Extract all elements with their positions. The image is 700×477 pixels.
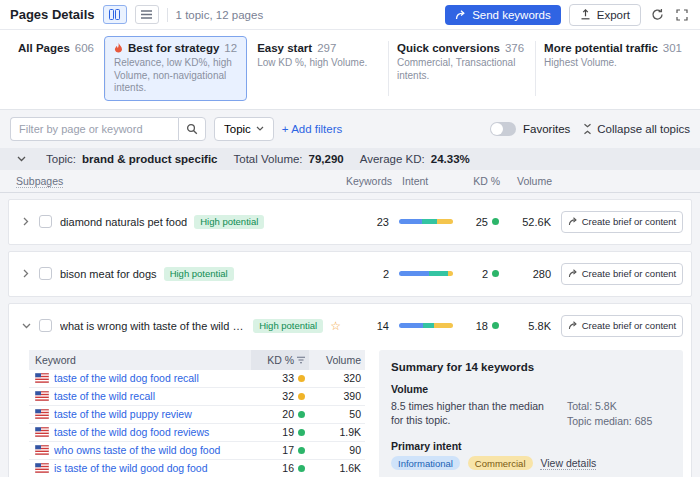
list-view-button[interactable] bbox=[135, 5, 159, 24]
collapse-all-topics[interactable]: Collapse all topics bbox=[583, 123, 690, 135]
header-keyword: Keyword bbox=[29, 354, 251, 366]
expand-button[interactable] bbox=[674, 7, 690, 23]
export-icon bbox=[580, 9, 591, 20]
send-keywords-button[interactable]: Send keywords bbox=[445, 5, 561, 25]
fire-icon bbox=[114, 43, 123, 54]
kd-value: 17 bbox=[282, 444, 294, 456]
top-bar: Pages Details 1 topic, 12 pages Send key… bbox=[0, 0, 700, 30]
row-expand-chevron[interactable] bbox=[17, 269, 35, 278]
kd-value: 20 bbox=[282, 408, 294, 420]
keywords-count: 14 bbox=[341, 320, 389, 332]
kd-value: 32 bbox=[282, 390, 294, 402]
tab-subtitle: Commercial, Transactional intents. bbox=[397, 57, 524, 82]
row-checkbox[interactable] bbox=[39, 215, 52, 228]
topic-dropdown-label: Topic bbox=[224, 123, 251, 135]
kd-value: 33 bbox=[282, 372, 294, 384]
us-flag-icon bbox=[35, 373, 49, 383]
favorites-label: Favorites bbox=[523, 123, 570, 135]
keyword-link[interactable]: taste of the wild dog food recall bbox=[54, 372, 251, 384]
keyword-table: Keyword KD % Volume taste of the wild do… bbox=[29, 350, 365, 477]
volume-value: 52.6K bbox=[499, 216, 551, 228]
filter-input[interactable] bbox=[10, 117, 178, 141]
keyword-link[interactable]: who owns taste of the wild dog food bbox=[54, 444, 251, 456]
kd-dot bbox=[298, 429, 305, 436]
volume-value: 320 bbox=[309, 372, 365, 384]
keyword-link[interactable]: taste of the wild recall bbox=[54, 390, 251, 402]
page-name-link[interactable]: diamond naturals pet food bbox=[60, 216, 187, 228]
keyword-row: taste of the wild dog food reviews 19 1.… bbox=[29, 424, 365, 442]
tab-more-potential-traffic[interactable]: More potential traffic301 Highest Volume… bbox=[534, 36, 692, 101]
us-flag-icon bbox=[35, 463, 49, 473]
page-name-link[interactable]: bison meat for dogs bbox=[60, 268, 157, 280]
keyword-row: taste of the wild recall 32 390 bbox=[29, 388, 365, 406]
topic-label: Topic: bbox=[46, 153, 76, 165]
create-brief-button[interactable]: Create brief or content bbox=[561, 263, 683, 285]
refresh-icon bbox=[651, 8, 664, 21]
create-brief-label: Create brief or content bbox=[582, 320, 677, 331]
header-kd: KD % bbox=[454, 175, 500, 187]
tab-subtitle: Highest Volume. bbox=[544, 57, 682, 70]
row-expand-chevron[interactable] bbox=[17, 217, 35, 226]
header-kd-sort[interactable]: KD % bbox=[251, 350, 309, 370]
header-subpages[interactable]: Subpages bbox=[16, 175, 63, 188]
keyword-link[interactable]: taste of the wild dog food reviews bbox=[54, 426, 251, 438]
grid-view-button[interactable] bbox=[103, 5, 127, 24]
keyword-row: taste of the wild dog food recall 33 320 bbox=[29, 370, 365, 388]
kd-value: 19 bbox=[282, 426, 294, 438]
send-keywords-label: Send keywords bbox=[472, 9, 551, 21]
volume-value: 5.8K bbox=[499, 320, 551, 332]
header-keywords: Keywords bbox=[344, 175, 392, 187]
page-name-link[interactable]: what is wrong with taste of the wild dog… bbox=[60, 320, 246, 332]
kd-dot bbox=[298, 375, 305, 382]
tab-quick-conversions[interactable]: Quick conversions376 Commercial, Transac… bbox=[387, 36, 534, 101]
primary-intent-heading: Primary intent bbox=[391, 440, 671, 452]
create-brief-button[interactable]: Create brief or content bbox=[561, 211, 683, 233]
tab-label: More potential traffic bbox=[544, 42, 658, 54]
create-brief-button[interactable]: Create brief or content bbox=[561, 315, 683, 337]
view-details-link[interactable]: View details bbox=[540, 457, 596, 470]
refresh-button[interactable] bbox=[649, 6, 666, 23]
add-filters-link[interactable]: + Add filters bbox=[282, 123, 342, 135]
volume-value: 280 bbox=[499, 268, 551, 280]
keyword-row: is taste of the wild good dog food 16 1.… bbox=[29, 460, 365, 477]
intent-badge-commercial: Commercial bbox=[468, 456, 533, 470]
export-button[interactable]: Export bbox=[569, 4, 641, 26]
favorites-toggle[interactable] bbox=[490, 122, 516, 136]
tab-easy-start[interactable]: Easy start297 Low KD %, high Volume. bbox=[247, 36, 387, 101]
table-row: bison meat for dogs High potential 2 2 2… bbox=[8, 251, 692, 297]
chevron-down-icon bbox=[22, 323, 31, 329]
kd-dot bbox=[298, 447, 305, 454]
us-flag-icon bbox=[35, 445, 49, 455]
search-button[interactable] bbox=[178, 117, 206, 141]
tab-label: Quick conversions bbox=[397, 42, 500, 54]
row-checkbox[interactable] bbox=[39, 267, 52, 280]
create-brief-label: Create brief or content bbox=[582, 268, 677, 279]
tab-all-pages[interactable]: All Pages606 bbox=[8, 36, 104, 101]
intent-bar bbox=[399, 323, 453, 328]
tab-count: 297 bbox=[317, 42, 336, 54]
row-collapse-chevron[interactable] bbox=[17, 323, 35, 329]
topic-dropdown[interactable]: Topic bbox=[214, 117, 274, 141]
keyword-link[interactable]: is taste of the wild good dog food bbox=[54, 462, 251, 474]
filter-bar: Topic + Add filters Favorites Collapse a… bbox=[0, 110, 700, 148]
kd-cell: 25 bbox=[453, 216, 499, 228]
tab-count: 301 bbox=[663, 42, 682, 54]
kd-cell: 18 bbox=[453, 320, 499, 332]
volume-value: 90 bbox=[309, 444, 365, 456]
header-volume: Volume bbox=[500, 175, 552, 187]
kd-value: 2 bbox=[482, 268, 488, 280]
tab-count: 12 bbox=[224, 42, 237, 54]
keyword-link[interactable]: taste of the wild puppy review bbox=[54, 408, 251, 420]
tab-best-for-strategy[interactable]: Best for strategy12 Relevance, low KD%, … bbox=[104, 36, 247, 101]
row-checkbox[interactable] bbox=[39, 319, 52, 332]
favorite-star-icon[interactable]: ☆ bbox=[330, 319, 341, 333]
header-volume: Volume bbox=[309, 354, 365, 366]
summary-title: Summary for 14 keywords bbox=[391, 361, 671, 373]
kd-dot bbox=[298, 411, 305, 418]
tab-label: Best for strategy bbox=[128, 42, 219, 54]
topic-collapse-chevron[interactable] bbox=[12, 156, 30, 162]
table-row: diamond naturals pet food High potential… bbox=[8, 199, 692, 245]
intent-badges-row: Informational Commercial View details bbox=[391, 456, 671, 470]
forward-arrow-icon bbox=[455, 10, 466, 20]
tab-count: 606 bbox=[75, 42, 94, 54]
